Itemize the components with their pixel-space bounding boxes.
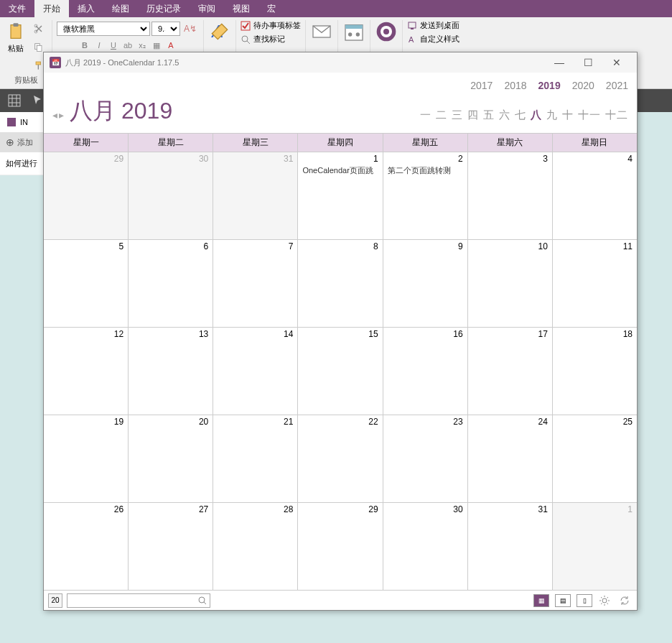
calendar-day[interactable]: 12 — [44, 328, 128, 415]
calendar-day[interactable]: 5 — [44, 240, 128, 327]
settings-button[interactable] — [597, 593, 612, 609]
calendar-day[interactable]: 1 — [552, 503, 637, 590]
calendar-day[interactable]: 22 — [297, 415, 382, 502]
menu-home[interactable]: 开始 — [34, 0, 69, 18]
year-2021[interactable]: 2021 — [606, 80, 628, 91]
titlebar[interactable]: 📅 八月 2019 - OneCalendar 1.17.5 ― ☐ ✕ — [44, 52, 637, 73]
calendar-day[interactable]: 23 — [383, 415, 467, 502]
font-name-select[interactable]: 微软雅黑 — [57, 22, 150, 36]
find-tags[interactable]: 查找标记 — [241, 34, 301, 45]
send-to-desktop[interactable]: 发送到桌面 — [407, 20, 459, 31]
calendar-day[interactable]: 30 — [128, 152, 213, 239]
calendar-day[interactable]: 24 — [467, 415, 552, 502]
calendar-day[interactable]: 11 — [552, 240, 637, 327]
clear-format-icon[interactable]: A↯ — [182, 20, 199, 37]
menu-review[interactable]: 审阅 — [190, 0, 224, 18]
calendar-day[interactable]: 20 — [128, 415, 213, 502]
calendar-day[interactable]: 28 — [213, 503, 297, 590]
calendar-day[interactable]: 21 — [213, 415, 297, 502]
calendar-day[interactable]: 3 — [467, 152, 552, 239]
menu-view[interactable]: 视图 — [224, 0, 258, 18]
calendar-day[interactable]: 29 — [297, 503, 382, 590]
calendar-day[interactable]: 31 — [467, 503, 552, 590]
meeting-icon[interactable] — [342, 20, 365, 43]
highlight-button[interactable]: ▦ — [150, 39, 163, 52]
month-link-2[interactable]: 二 — [436, 108, 447, 122]
paste-icon[interactable] — [4, 20, 27, 43]
calendar-day[interactable]: 25 — [552, 415, 637, 502]
menu-history[interactable]: 历史记录 — [138, 0, 190, 18]
calendar-day[interactable]: 13 — [128, 328, 213, 415]
calendar-day[interactable]: 29 — [44, 152, 128, 239]
month-link-11[interactable]: 十一 — [578, 108, 601, 122]
calendar-day[interactable]: 17 — [467, 328, 552, 415]
calendar-day[interactable]: 18 — [552, 328, 637, 415]
calendar-day[interactable]: 14 — [213, 328, 297, 415]
maximize-button[interactable]: ☐ — [574, 52, 602, 73]
month-link-7[interactable]: 七 — [515, 108, 526, 122]
page-tab[interactable]: 如何进行 — [0, 152, 43, 175]
calendar-day[interactable]: 10 — [467, 240, 552, 327]
next-month-button[interactable]: ▸ — [59, 109, 64, 121]
calendar-day[interactable]: 8 — [297, 240, 382, 327]
styles-icon[interactable]: A — [208, 20, 231, 43]
calendar-event[interactable]: 第二个页面跳转测 — [388, 165, 463, 176]
font-size-select[interactable]: 9.5 — [151, 22, 180, 36]
add-section-button[interactable]: ⊕ 添加 — [0, 132, 43, 152]
month-link-9[interactable]: 九 — [546, 108, 558, 122]
month-link-1[interactable]: 一 — [420, 108, 431, 122]
calendar-event[interactable]: OneCalendar页面跳 — [302, 165, 378, 176]
email-icon[interactable] — [310, 20, 333, 43]
view-day-button[interactable]: ▯ — [577, 594, 592, 607]
calendar-day[interactable]: 6 — [128, 240, 213, 327]
calendar-day[interactable]: 27 — [128, 503, 213, 590]
minimize-button[interactable]: ― — [545, 52, 574, 73]
strikethrough-button[interactable]: ab — [121, 39, 134, 52]
calendar-day[interactable]: 16 — [383, 328, 467, 415]
year-2020[interactable]: 2020 — [572, 80, 594, 91]
month-link-12[interactable]: 十二 — [605, 108, 628, 122]
calendar-day[interactable]: 9 — [383, 240, 467, 327]
calendar-day[interactable]: 15 — [297, 328, 382, 415]
tag-todo[interactable]: 待办事项标签 — [241, 20, 301, 31]
month-link-6[interactable]: 六 — [499, 108, 510, 122]
calendar-day[interactable]: 19 — [44, 415, 128, 502]
view-month-button[interactable]: ▦ — [533, 594, 549, 607]
calendar-day[interactable]: 30 — [383, 503, 467, 590]
search-input[interactable] — [67, 596, 195, 605]
menu-draw[interactable]: 绘图 — [103, 0, 138, 18]
calendar-day[interactable]: 4 — [552, 152, 637, 239]
sidebar-notebook[interactable]: IN — [0, 112, 43, 132]
prev-month-button[interactable]: ◂ — [52, 109, 57, 121]
today-button[interactable]: 20 — [48, 593, 62, 608]
view-week-button[interactable]: ▤ — [555, 594, 571, 607]
underline-button[interactable]: U — [107, 39, 120, 52]
calendar-day[interactable]: 2第二个页面跳转测 — [383, 152, 467, 239]
calendar-day[interactable]: 31 — [213, 152, 297, 239]
menu-macro[interactable]: 宏 — [258, 0, 284, 18]
font-color-button[interactable]: A — [164, 39, 177, 52]
subscript-button[interactable]: x₂ — [136, 39, 149, 52]
year-2017[interactable]: 2017 — [470, 80, 493, 91]
year-2019[interactable]: 2019 — [538, 80, 561, 91]
search-button[interactable] — [195, 596, 210, 605]
year-2018[interactable]: 2018 — [504, 80, 526, 91]
refresh-button[interactable] — [617, 593, 633, 609]
cut-icon[interactable] — [30, 20, 47, 37]
calendar-day[interactable]: 26 — [44, 503, 128, 590]
custom-style[interactable]: A 自定义样式 — [407, 34, 459, 45]
close-button[interactable]: ✕ — [602, 52, 631, 73]
italic-button[interactable]: I — [93, 39, 106, 52]
month-link-5[interactable]: 五 — [483, 108, 495, 122]
calendar-day[interactable]: 7 — [213, 240, 297, 327]
bold-button[interactable]: B — [78, 39, 91, 52]
month-link-8[interactable]: 八 — [531, 108, 542, 122]
table-icon[interactable] — [6, 92, 23, 109]
month-link-3[interactable]: 三 — [452, 108, 463, 122]
onetastic-icon[interactable] — [375, 20, 398, 43]
month-link-4[interactable]: 四 — [467, 108, 479, 122]
month-link-10[interactable]: 十 — [562, 108, 574, 122]
menu-insert[interactable]: 插入 — [69, 0, 103, 18]
calendar-day[interactable]: 1OneCalendar页面跳 — [297, 152, 382, 239]
menu-file[interactable]: 文件 — [0, 0, 34, 18]
